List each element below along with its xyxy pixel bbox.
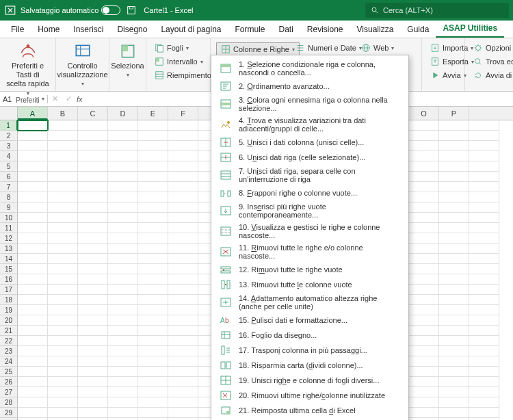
fill-button[interactable]: Riempimento▾ xyxy=(152,70,220,81)
cell[interactable] xyxy=(439,151,469,161)
menu-item-5[interactable]: 5. Unisci i dati colonna (unisci celle).… xyxy=(211,135,408,150)
row-header[interactable]: 15 xyxy=(0,264,18,274)
row-header[interactable]: 24 xyxy=(0,356,18,367)
cell[interactable] xyxy=(48,202,78,213)
menu-item-1[interactable]: 1. Selezione condizionale riga e colonna… xyxy=(211,58,408,79)
col-header[interactable]: B xyxy=(48,107,78,120)
cell[interactable] xyxy=(78,264,108,274)
cell[interactable] xyxy=(469,192,499,202)
cell[interactable] xyxy=(18,367,48,377)
cell[interactable] xyxy=(168,233,198,244)
cell[interactable] xyxy=(138,356,168,367)
cell[interactable] xyxy=(138,223,168,233)
cell[interactable] xyxy=(409,182,439,192)
cell[interactable] xyxy=(138,182,168,192)
cell[interactable] xyxy=(138,254,168,264)
cell[interactable] xyxy=(138,151,168,161)
menu-item-8[interactable]: 8. Frapponi righe o colonne vuote... xyxy=(211,185,408,200)
fx-icon[interactable]: fx xyxy=(77,95,83,103)
cell[interactable] xyxy=(469,141,499,151)
cell[interactable] xyxy=(108,151,138,161)
cell[interactable] xyxy=(108,131,138,141)
menu-item-13[interactable]: 13. Rimuovi tutte le colonne vuote xyxy=(211,277,408,292)
cell[interactable] xyxy=(18,274,48,285)
cell[interactable] xyxy=(439,202,469,213)
cell[interactable] xyxy=(78,151,108,161)
relaunch-button[interactable]: Avvia di nuo xyxy=(471,70,513,81)
cell[interactable] xyxy=(469,305,499,315)
cell[interactable] xyxy=(409,387,439,397)
cell[interactable] xyxy=(108,387,138,397)
cell[interactable] xyxy=(168,356,198,367)
cell[interactable] xyxy=(439,326,469,336)
menu-item-14[interactable]: 14. Adattamento automatico altezza righe… xyxy=(211,292,408,313)
cell[interactable] xyxy=(409,336,439,346)
cell[interactable] xyxy=(108,295,138,305)
cell[interactable] xyxy=(48,233,78,244)
cell[interactable] xyxy=(409,244,439,254)
cell[interactable] xyxy=(78,223,108,233)
cell[interactable] xyxy=(48,192,78,202)
row-header[interactable]: 29 xyxy=(0,408,18,418)
cell[interactable] xyxy=(168,377,198,387)
tab-file[interactable]: File xyxy=(4,22,31,38)
cell[interactable] xyxy=(138,131,168,141)
cell[interactable] xyxy=(469,213,499,223)
cell[interactable] xyxy=(409,397,439,408)
cell[interactable] xyxy=(48,326,78,336)
cell[interactable] xyxy=(48,285,78,295)
cell[interactable] xyxy=(138,408,168,418)
cell[interactable] xyxy=(168,213,198,223)
cell[interactable] xyxy=(469,285,499,295)
web-button[interactable]: Web▾ xyxy=(358,42,397,53)
tab-inserisci[interactable]: Inserisci xyxy=(66,22,110,38)
row-header[interactable]: 7 xyxy=(0,182,18,192)
numbers-dates-button[interactable]: Numeri e Date▾ xyxy=(293,42,365,53)
cell[interactable] xyxy=(409,233,439,244)
menu-item-16[interactable]: 16. Foglio da disegno... xyxy=(211,328,408,343)
search-box[interactable]: Cerca (ALT+X) xyxy=(365,3,509,18)
cell[interactable] xyxy=(138,213,168,223)
menu-item-21[interactable]: 21. Reimposta ultima cella di Excel xyxy=(211,403,408,418)
cell[interactable] xyxy=(108,254,138,264)
cell[interactable] xyxy=(18,264,48,274)
cell[interactable] xyxy=(48,161,78,172)
cell[interactable] xyxy=(409,274,439,285)
row-header[interactable]: 20 xyxy=(0,315,18,326)
cell[interactable] xyxy=(18,141,48,151)
cell[interactable] xyxy=(168,295,198,305)
cell[interactable] xyxy=(439,315,469,326)
cell[interactable] xyxy=(18,408,48,418)
menu-item-20[interactable]: 20. Rimuovi ultime righe/colonne inutili… xyxy=(211,388,408,403)
cell[interactable] xyxy=(168,397,198,408)
cell[interactable] xyxy=(409,346,439,356)
row-header[interactable]: 8 xyxy=(0,192,18,202)
cell[interactable] xyxy=(469,182,499,192)
cell[interactable] xyxy=(108,192,138,202)
cell[interactable] xyxy=(48,182,78,192)
columns-rows-button[interactable]: Colonne e Righe▾ xyxy=(216,42,300,56)
cell[interactable] xyxy=(409,151,439,161)
cell[interactable] xyxy=(409,223,439,233)
cell[interactable] xyxy=(469,326,499,336)
row-header[interactable]: 9 xyxy=(0,202,18,213)
cell[interactable] xyxy=(48,223,78,233)
cell[interactable] xyxy=(138,202,168,213)
cell[interactable] xyxy=(108,223,138,233)
cell[interactable] xyxy=(48,141,78,151)
cell[interactable] xyxy=(48,295,78,305)
cell[interactable] xyxy=(18,387,48,397)
cell[interactable] xyxy=(409,295,439,305)
cell[interactable] xyxy=(18,131,48,141)
cell[interactable] xyxy=(78,397,108,408)
cell[interactable] xyxy=(48,387,78,397)
cell[interactable] xyxy=(439,120,469,131)
cell[interactable] xyxy=(78,315,108,326)
row-header[interactable]: 28 xyxy=(0,397,18,408)
cell[interactable] xyxy=(138,274,168,285)
cell[interactable] xyxy=(48,408,78,418)
cell[interactable] xyxy=(469,120,499,131)
cell[interactable] xyxy=(409,172,439,182)
cell[interactable] xyxy=(469,367,499,377)
cell[interactable] xyxy=(469,254,499,264)
